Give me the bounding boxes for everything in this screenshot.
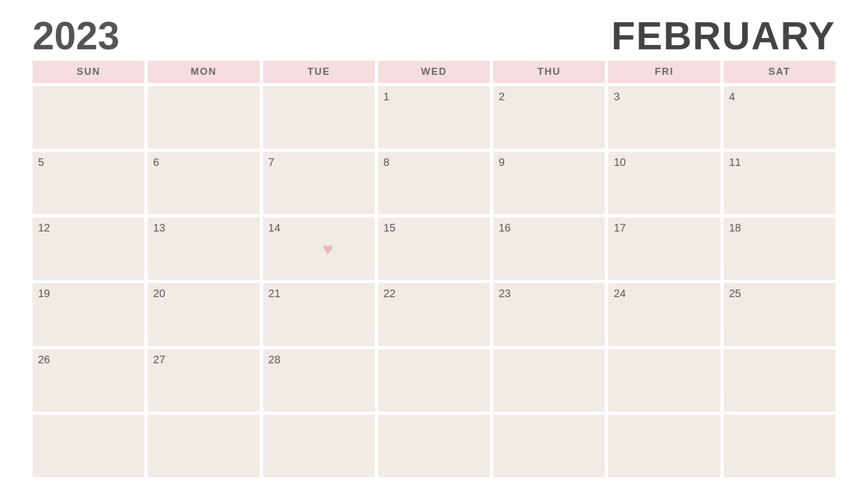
calendar-cell[interactable]: 3 — [608, 86, 720, 149]
calendar-cell[interactable] — [493, 415, 605, 477]
calendar-cell[interactable] — [33, 415, 144, 477]
cell-date-number: 26 — [38, 354, 50, 366]
cell-date-number: 6 — [153, 156, 159, 169]
calendar-cell[interactable] — [378, 415, 490, 477]
calendar: SUNMONTUEWEDTHUFRISAT 123456789101112131… — [33, 61, 835, 477]
calendar-cell[interactable] — [608, 349, 720, 412]
day-header-tue: TUE — [263, 61, 375, 83]
cell-date-number: 7 — [269, 156, 275, 169]
day-header-wed: WED — [378, 61, 490, 83]
cell-date-number: 12 — [38, 222, 50, 234]
calendar-cell[interactable]: 15 — [378, 217, 490, 280]
cell-date-number: 14 — [269, 222, 280, 234]
calendar-cell[interactable] — [378, 349, 490, 412]
calendar-cell[interactable]: 18 — [724, 217, 835, 280]
calendar-cell[interactable]: 7 — [263, 152, 375, 214]
calendar-cell[interactable]: 23 — [493, 283, 605, 345]
cell-date-number: 1 — [384, 91, 390, 103]
calendar-cell[interactable]: 10 — [608, 152, 720, 214]
cell-date-number: 17 — [614, 222, 626, 234]
calendar-grid: 1234567891011121314♥15161718192021222324… — [33, 86, 835, 477]
calendar-cell[interactable]: 24 — [608, 283, 720, 345]
cell-date-number: 25 — [729, 287, 741, 300]
cell-date-number: 4 — [729, 91, 735, 103]
calendar-cell[interactable]: 21 — [263, 283, 375, 345]
calendar-cell[interactable]: 8 — [378, 152, 490, 214]
calendar-cell[interactable]: 12 — [33, 217, 144, 280]
cell-date-number: 15 — [384, 222, 395, 234]
cell-date-number: 9 — [499, 156, 505, 169]
calendar-cell[interactable] — [148, 86, 259, 149]
cell-date-number: 13 — [153, 222, 165, 234]
calendar-cell[interactable]: 11 — [724, 152, 835, 214]
year-label: 2023 — [33, 16, 119, 55]
calendar-cell[interactable] — [33, 86, 144, 149]
calendar-cell[interactable] — [724, 349, 835, 412]
day-header-sun: SUN — [33, 61, 144, 83]
calendar-cell[interactable] — [148, 415, 259, 477]
calendar-cell[interactable]: 9 — [493, 152, 605, 214]
cell-date-number: 16 — [499, 222, 510, 234]
day-header-thu: THU — [493, 61, 605, 83]
month-label: FEBRUARY — [611, 16, 835, 55]
day-headers-row: SUNMONTUEWEDTHUFRISAT — [33, 61, 835, 83]
cell-date-number: 22 — [384, 287, 395, 300]
calendar-cell[interactable]: 4 — [724, 86, 835, 149]
calendar-cell[interactable]: 5 — [33, 152, 144, 214]
calendar-cell[interactable] — [493, 349, 605, 412]
calendar-cell[interactable]: 17 — [608, 217, 720, 280]
cell-date-number: 21 — [269, 287, 280, 300]
cell-date-number: 19 — [38, 287, 50, 300]
calendar-cell[interactable]: 20 — [148, 283, 259, 345]
calendar-cell[interactable]: 25 — [724, 283, 835, 345]
calendar-cell[interactable] — [263, 86, 375, 149]
calendar-cell[interactable]: 22 — [378, 283, 490, 345]
cell-date-number: 27 — [153, 354, 165, 366]
calendar-cell[interactable] — [608, 415, 720, 477]
day-header-fri: FRI — [608, 61, 720, 83]
calendar-cell[interactable] — [263, 415, 375, 477]
calendar-cell[interactable]: 28 — [263, 349, 375, 412]
calendar-cell[interactable]: 13 — [148, 217, 259, 280]
calendar-cell[interactable]: 14♥ — [263, 217, 375, 280]
calendar-cell[interactable]: 6 — [148, 152, 259, 214]
cell-date-number: 18 — [729, 222, 741, 234]
calendar-cell[interactable]: 26 — [33, 349, 144, 412]
cell-date-number: 28 — [269, 354, 280, 366]
cell-date-number: 8 — [384, 156, 390, 169]
calendar-cell[interactable]: 19 — [33, 283, 144, 345]
calendar-cell[interactable]: 1 — [378, 86, 490, 149]
day-header-mon: MON — [148, 61, 259, 83]
calendar-cell[interactable] — [724, 415, 835, 477]
cell-date-number: 11 — [729, 156, 741, 169]
cell-date-number: 23 — [499, 287, 510, 300]
cell-date-number: 20 — [153, 287, 165, 300]
day-header-sat: SAT — [724, 61, 835, 83]
calendar-header: 2023 FEBRUARY — [33, 16, 835, 55]
cell-date-number: 24 — [614, 287, 626, 300]
calendar-cell[interactable]: 2 — [493, 86, 605, 149]
calendar-cell[interactable]: 16 — [493, 217, 605, 280]
cell-date-number: 2 — [499, 91, 505, 103]
calendar-cell[interactable]: 27 — [148, 349, 259, 412]
cell-date-number: 10 — [614, 156, 626, 169]
cell-date-number: 3 — [614, 91, 620, 103]
heart-icon: ♥ — [323, 240, 333, 258]
cell-date-number: 5 — [38, 156, 44, 169]
